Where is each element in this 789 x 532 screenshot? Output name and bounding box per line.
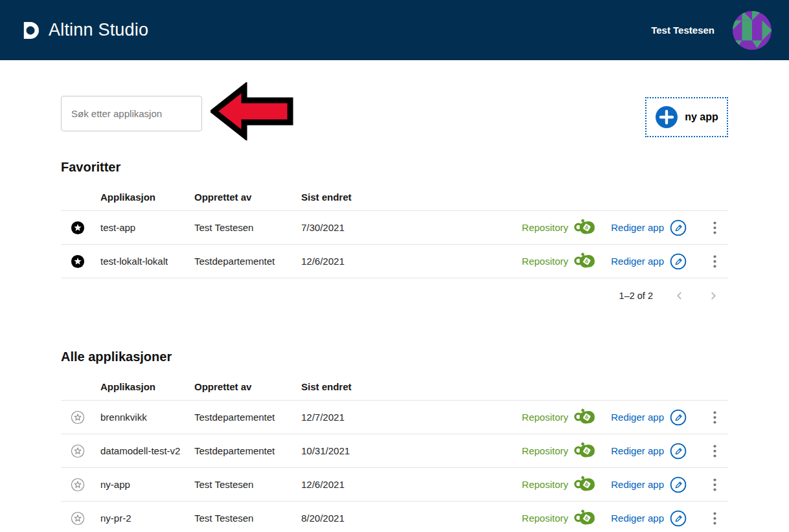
kebab-menu-icon bbox=[713, 255, 716, 268]
favorite-star-outline-icon[interactable] bbox=[71, 444, 85, 458]
repository-link[interactable]: Repository b bbox=[522, 252, 596, 270]
last-changed-cell: 8/20/2021 bbox=[301, 513, 522, 524]
table-row: test-lokalt-lokalt Testdepartementet 12/… bbox=[61, 245, 728, 278]
created-by-cell: Test Testesen bbox=[194, 222, 301, 233]
favorites-section-title: Favoritter bbox=[61, 160, 728, 175]
pencil-edit-icon bbox=[670, 476, 687, 493]
edit-app-link-label: Rediger app bbox=[611, 222, 664, 233]
search-input[interactable] bbox=[61, 96, 202, 131]
edit-app-link-label: Rediger app bbox=[611, 256, 664, 267]
repository-link-label: Repository bbox=[522, 256, 569, 267]
chevron-left-icon bbox=[672, 289, 687, 303]
table-header-row: Applikasjon Opprettet av Sist endret bbox=[61, 184, 728, 211]
app-name-cell: test-lokalt-lokalt bbox=[100, 256, 194, 267]
kebab-menu-button[interactable] bbox=[706, 253, 723, 270]
gitea-icon: b bbox=[574, 442, 595, 460]
user-avatar[interactable] bbox=[732, 10, 772, 50]
gitea-icon: b bbox=[574, 219, 595, 236]
kebab-menu-button[interactable] bbox=[706, 476, 723, 493]
table-row: datamodell-test-v2 Testdepartementet 10/… bbox=[61, 434, 728, 468]
repository-link[interactable]: Repository b bbox=[522, 442, 596, 460]
created-by-cell: Test Testesen bbox=[194, 513, 301, 524]
pencil-edit-icon bbox=[670, 510, 687, 527]
edit-app-link[interactable]: Rediger app bbox=[611, 510, 687, 527]
kebab-menu-button[interactable] bbox=[706, 409, 723, 426]
app-name-cell: ny-app bbox=[100, 479, 194, 490]
edit-app-link-label: Rediger app bbox=[611, 479, 664, 490]
toolbar: ny app bbox=[61, 96, 728, 140]
app-name-cell: brennkvikk bbox=[100, 412, 194, 423]
column-header-application: Applikasjon bbox=[100, 381, 194, 392]
edit-app-link[interactable]: Rediger app bbox=[611, 476, 687, 493]
column-header-created-by: Opprettet av bbox=[194, 192, 301, 203]
column-header-created-by: Opprettet av bbox=[194, 381, 301, 392]
new-app-button[interactable]: ny app bbox=[645, 97, 728, 137]
created-by-cell: Testdepartementet bbox=[194, 256, 301, 267]
favorite-star-filled-icon[interactable] bbox=[71, 254, 85, 269]
kebab-menu-icon bbox=[713, 221, 716, 234]
edit-app-link[interactable]: Rediger app bbox=[611, 443, 687, 460]
chevron-right-icon bbox=[706, 289, 720, 303]
repository-link-label: Repository bbox=[522, 479, 569, 490]
column-header-last-changed: Sist endret bbox=[301, 381, 728, 392]
next-page-button[interactable] bbox=[706, 289, 720, 303]
edit-app-link[interactable]: Rediger app bbox=[611, 253, 687, 270]
altinn-studio-logo-icon bbox=[19, 17, 39, 43]
kebab-menu-icon bbox=[713, 512, 716, 525]
top-navigation-bar: Altinn Studio Test Testesen bbox=[0, 0, 789, 60]
gitea-icon: b bbox=[574, 252, 595, 270]
kebab-menu-icon bbox=[713, 445, 716, 458]
created-by-cell: Testdepartementet bbox=[194, 412, 301, 423]
table-row: brennkvikk Testdepartementet 12/7/2021 R… bbox=[61, 401, 728, 434]
repository-link-label: Repository bbox=[522, 222, 569, 233]
plus-icon bbox=[655, 105, 678, 129]
gitea-icon: b bbox=[574, 408, 595, 426]
repository-link[interactable]: Repository b bbox=[522, 219, 596, 236]
edit-app-link-label: Rediger app bbox=[611, 513, 664, 524]
gitea-icon: b bbox=[574, 509, 595, 527]
last-changed-cell: 12/7/2021 bbox=[301, 412, 522, 423]
repository-link[interactable]: Repository b bbox=[522, 476, 596, 493]
column-header-application: Applikasjon bbox=[100, 192, 194, 203]
table-body: brennkvikk Testdepartementet 12/7/2021 R… bbox=[61, 401, 728, 532]
pencil-edit-icon bbox=[670, 443, 687, 460]
pagination-range-label: 1–2 of 2 bbox=[619, 291, 653, 301]
edit-app-link[interactable]: Rediger app bbox=[611, 219, 687, 236]
pencil-edit-icon bbox=[670, 409, 687, 426]
user-name[interactable]: Test Testesen bbox=[651, 25, 715, 36]
table-row: ny-app Test Testesen 12/6/2021 Repositor… bbox=[61, 468, 728, 502]
repository-link-label: Repository bbox=[522, 412, 569, 423]
pagination: 1–2 of 2 bbox=[61, 278, 728, 313]
edit-app-link[interactable]: Rediger app bbox=[611, 409, 687, 426]
repository-link[interactable]: Repository b bbox=[522, 509, 596, 527]
favorite-star-filled-icon[interactable] bbox=[71, 221, 85, 235]
table-row: test-app Test Testesen 7/30/2021 Reposit… bbox=[61, 211, 728, 245]
edit-app-link-label: Rediger app bbox=[611, 445, 664, 456]
last-changed-cell: 10/31/2021 bbox=[301, 445, 522, 456]
red-arrow-annotation-icon bbox=[211, 82, 293, 140]
repository-link-label: Repository bbox=[522, 513, 569, 524]
all-apps-section-title: Alle applikasjoner bbox=[61, 349, 728, 364]
app-name-cell: ny-pr-2 bbox=[100, 513, 194, 524]
previous-page-button[interactable] bbox=[672, 289, 687, 303]
favorite-star-outline-icon[interactable] bbox=[71, 410, 85, 425]
kebab-menu-button[interactable] bbox=[706, 510, 723, 527]
last-changed-cell: 12/6/2021 bbox=[301, 256, 522, 267]
dashboard-content: ny app Favoritter Applikasjon Opprettet … bbox=[0, 96, 789, 532]
last-changed-cell: 7/30/2021 bbox=[301, 222, 522, 233]
kebab-menu-button[interactable] bbox=[706, 443, 723, 460]
favorite-star-outline-icon[interactable] bbox=[71, 511, 85, 526]
favorite-star-outline-icon[interactable] bbox=[71, 478, 85, 492]
all-apps-table: Applikasjon Opprettet av Sist endret bre… bbox=[61, 373, 728, 532]
app-name-cell: test-app bbox=[100, 222, 194, 233]
app-name-cell: datamodell-test-v2 bbox=[100, 445, 194, 456]
table-row: ny-pr-2 Test Testesen 8/20/2021 Reposito… bbox=[61, 502, 728, 532]
repository-link[interactable]: Repository b bbox=[522, 408, 596, 426]
gitea-icon: b bbox=[574, 476, 595, 493]
created-by-cell: Testdepartementet bbox=[194, 445, 301, 456]
pencil-edit-icon bbox=[670, 253, 687, 270]
app-title: Altinn Studio bbox=[49, 20, 148, 40]
brand: Altinn Studio bbox=[19, 17, 148, 43]
kebab-menu-icon bbox=[713, 411, 716, 424]
kebab-menu-button[interactable] bbox=[706, 219, 723, 236]
